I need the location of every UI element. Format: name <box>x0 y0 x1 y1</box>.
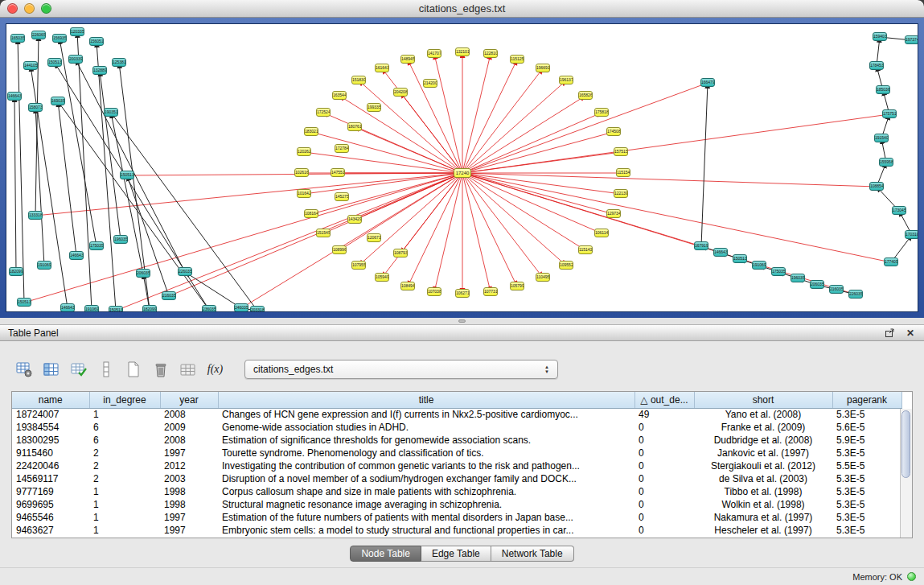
graph-node[interactable]: 2003394 <box>68 55 83 64</box>
graph-node[interactable]: 1151254 <box>510 55 524 64</box>
graph-node[interactable]: 1635441 <box>332 91 347 100</box>
column-header-out-de[interactable]: △ out_de... <box>634 392 694 408</box>
graph-node[interactable]: 1466436 <box>60 303 75 312</box>
table-row[interactable]: 911546021997Tourette syndrome. Phenomeno… <box>12 447 901 459</box>
graph-node[interactable]: 2033180 <box>250 306 265 312</box>
table-row[interactable]: 1456911722003Disruption of a novel membe… <box>12 472 901 485</box>
graph-node[interactable]: 1966910 <box>536 64 550 72</box>
graph-node[interactable]: 1679197 <box>694 241 708 250</box>
graph-node[interactable]: 2460352 <box>234 303 248 312</box>
graph-node[interactable]: 1505134 <box>733 254 747 263</box>
graph-node[interactable]: 1206713 <box>367 233 381 242</box>
float-panel-button[interactable] <box>884 328 895 339</box>
column-header-title[interactable]: title <box>218 392 634 408</box>
graph-node[interactable]: 1750352 <box>771 267 786 276</box>
graph-node[interactable]: 1084941 <box>400 282 415 290</box>
table-row[interactable]: 2242004622012Investigating the contribut… <box>12 459 901 472</box>
graph-node[interactable]: 1452751 <box>335 192 349 201</box>
graph-node[interactable]: 1750351 <box>89 241 104 250</box>
graph-node[interactable]: 1616432 <box>375 64 389 72</box>
graph-node[interactable]: 1475512 <box>331 168 345 177</box>
graph-node[interactable]: 1016426 <box>297 189 311 198</box>
graph-node[interactable]: 1993351 <box>367 103 381 112</box>
graph-node[interactable]: 1095527 <box>559 261 573 270</box>
edit-table-button[interactable] <box>68 359 89 381</box>
show-columns-button[interactable] <box>40 359 62 381</box>
graph-node[interactable]: 1417076 <box>427 49 441 58</box>
column-header-pagerank[interactable]: pagerank <box>832 392 901 408</box>
scrollbar-thumb[interactable] <box>901 410 910 478</box>
graph-node[interactable]: 1569358 <box>52 34 67 43</box>
window-titlebar[interactable]: citations_edges.txt <box>0 0 924 18</box>
graph-node[interactable]: 1088540 <box>869 182 884 191</box>
graph-node[interactable]: 1758185 <box>594 108 609 117</box>
close-button[interactable] <box>7 3 18 14</box>
graph-node[interactable]: 1961379 <box>559 76 573 84</box>
graph-node[interactable]: 1784539 <box>869 61 884 70</box>
graph-node[interactable]: 1903510 <box>104 108 118 117</box>
graph-node[interactable]: 1774052 <box>884 257 898 266</box>
graph-node[interactable]: 1960351 <box>113 235 128 244</box>
graph-node[interactable]: 2142004 <box>423 79 437 88</box>
tab-edge-table[interactable]: Edge Table <box>421 546 491 562</box>
graph-node[interactable]: 1690352 <box>51 97 65 105</box>
close-panel-button[interactable]: ✕ <box>905 328 916 339</box>
graph-node[interactable]: 1830212 <box>304 127 318 136</box>
new-file-button[interactable] <box>122 359 144 381</box>
graph-node[interactable]: 1757516 <box>882 109 897 118</box>
graph-node[interactable]: 1820991 <box>142 305 157 312</box>
graph-node[interactable]: 1505139 <box>17 298 31 307</box>
column-header-in-degree[interactable]: in_degree <box>89 392 160 408</box>
graph-node[interactable]: 1333180 <box>28 211 43 220</box>
graph-node[interactable]: 1328890 <box>92 66 107 75</box>
graph-node[interactable]: 1151540 <box>616 168 630 177</box>
graph-node[interactable]: 1725246 <box>316 108 331 117</box>
table-row[interactable]: 946554611997Estimation of the future num… <box>12 511 901 524</box>
graph-node[interactable]: 1658262 <box>578 91 593 100</box>
table-row[interactable]: 1938455462009Genome-wide association stu… <box>12 421 901 434</box>
graph-node[interactable]: 1505135 <box>47 58 62 67</box>
table-selector-dropdown[interactable]: citations_edges.txt ▲▼ <box>244 360 558 379</box>
table-row[interactable]: 977716911998Corpus callosum shape and si… <box>12 485 901 498</box>
graph-node[interactable]: 1559581 <box>879 158 893 167</box>
graph-node[interactable]: 1910695 <box>37 261 51 270</box>
minimize-button[interactable] <box>24 3 35 14</box>
graph-node[interactable]: 1228106 <box>483 49 498 58</box>
graph-node[interactable]: 1650354 <box>10 34 25 43</box>
graph-node[interactable]: 1910697 <box>752 261 766 270</box>
graph-node[interactable]: 1202620 <box>297 147 311 156</box>
graph-node[interactable]: 1973743 <box>905 35 918 44</box>
graph-node[interactable]: 1575151 <box>614 147 628 156</box>
graph-node[interactable]: 1518302 <box>351 76 366 84</box>
graph-node[interactable]: 1915409 <box>874 134 889 142</box>
graph-node[interactable]: 1077310 <box>483 287 498 296</box>
graph-node[interactable]: 2160352 <box>829 285 844 294</box>
graph-node[interactable]: 1515457 <box>316 229 331 237</box>
graph-node[interactable]: 2160351 <box>162 291 176 300</box>
column-header-name[interactable]: name <box>12 392 89 408</box>
graph-node[interactable]: 1730454 <box>892 206 906 215</box>
graph-node[interactable]: 1727843 <box>335 144 349 153</box>
graph-node[interactable]: 2360351 <box>202 305 216 312</box>
graph-canvas[interactable]: 1724011515401221398129734910611471151439… <box>6 23 918 312</box>
graph-node[interactable]: 1745083 <box>606 127 621 136</box>
zoom-button[interactable] <box>41 3 51 14</box>
graph-node[interactable]: 1151439 <box>578 245 593 254</box>
graph-node[interactable]: 2042085 <box>393 88 408 97</box>
graph-node[interactable]: 1466437 <box>713 248 728 257</box>
graph-node[interactable]: 1807612 <box>347 122 362 131</box>
graph-node[interactable]: 1104952 <box>536 273 550 282</box>
table-row[interactable]: 969969511998Structural magnetic resonanc… <box>12 498 901 511</box>
graph-node[interactable]: 2060351 <box>136 269 150 278</box>
graph-node[interactable]: 17240 <box>454 168 471 178</box>
graph-node[interactable]: 1062716 <box>455 289 470 298</box>
graph-node[interactable]: 1089965 <box>332 245 347 254</box>
graph-node[interactable]: 1321014 <box>455 47 470 56</box>
delete-table-button[interactable] <box>150 359 171 381</box>
graph-node[interactable]: 1820990 <box>9 267 23 276</box>
graph-node[interactable]: 1560513 <box>89 37 104 46</box>
graph-node[interactable]: 1505133 <box>109 306 123 312</box>
graph-node[interactable]: 1070389 <box>427 287 441 296</box>
splitter-grip-icon[interactable] <box>458 319 466 323</box>
graph-node[interactable]: 1061147 <box>594 229 609 237</box>
